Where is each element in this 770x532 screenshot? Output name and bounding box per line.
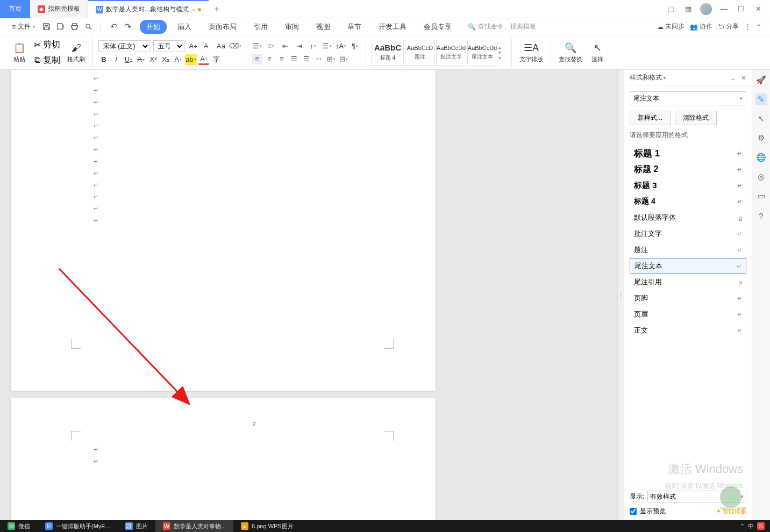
chevron-down-icon[interactable]: ▾ [664,75,666,81]
collapse-ribbon-icon[interactable]: ⌃ [756,23,761,31]
text-effects-button[interactable]: A [173,54,183,65]
new-tab-button[interactable]: + [209,0,225,18]
shrink-font-icon[interactable]: A- [202,41,212,52]
redo-icon[interactable]: ↷ [123,22,132,32]
style-item-endnote[interactable]: AaBbCcDd尾注文本 [467,40,497,66]
show-marks-icon[interactable]: ¶ [350,41,360,52]
font-size-select[interactable]: 五号 [153,40,184,52]
location-icon[interactable]: ◎ [755,171,767,183]
bullets-icon[interactable]: ☰ [252,41,262,52]
taskbar-item[interactable]: ▲6.png WPS图片 [233,520,301,532]
bold-button[interactable]: B [98,54,109,65]
clear-format-icon[interactable]: ⌫ [230,41,240,52]
pencil-icon[interactable]: ✎ [755,94,767,105]
translate-icon[interactable]: 🌐 [755,152,767,163]
more-icon[interactable]: ⋮ [744,23,751,31]
tab-member[interactable]: 会员专享 [417,20,458,34]
cut-button[interactable]: ✂剪切 [31,38,62,52]
close-button[interactable]: ✕ [753,4,764,15]
align-right-icon[interactable]: ≡ [276,54,287,64]
highlight-button[interactable]: ab [185,54,197,65]
distribute-icon[interactable]: ☰ [301,54,312,64]
tab-templates[interactable]: ◆ 找稻壳模板 [30,0,88,18]
find-replace-button[interactable]: 🔍查找替换 [557,40,584,64]
clear-format-button[interactable]: 清除格式 [675,111,717,125]
style-list-item[interactable]: 标题 1↵ [630,145,746,161]
document-viewport[interactable]: ↵ ↵ ↵ ↵ ↵ ↵ ↵ ↵ ↵ ↵ ↵ ↵ ↵ ↵ 2 ↵ ↵ [0,70,617,520]
print-icon[interactable] [69,22,79,32]
tab-document[interactable]: W 数学是人类对...象结构与模式 ▫ [88,0,209,18]
style-list-item[interactable]: 批注文字↵ [630,226,746,242]
apps-icon[interactable]: ▦ [683,4,694,15]
paste-button[interactable]: 📋 粘贴 [11,40,28,64]
style-item-comment[interactable]: AaBbCcDd批注文字 [436,40,466,66]
line-spacing-icon[interactable]: ☰ [322,41,332,52]
style-list-item[interactable]: 标题 2↵ [630,161,746,177]
save-as-icon[interactable] [55,22,65,32]
align-justify-icon[interactable]: ☰ [289,54,300,64]
file-menu[interactable]: ≡ 文件 ▾ [9,22,38,31]
change-case-icon[interactable]: Aa [216,41,226,52]
increase-indent-icon[interactable]: ⇥ [294,41,304,52]
style-list-item[interactable]: 页脚↵ [630,290,746,306]
style-item-caption[interactable]: AaBbCcD题注 [405,40,435,66]
style-list-item[interactable]: 正文↵ [630,322,746,339]
ime-indicator[interactable]: 中 [748,522,754,530]
presentation-icon[interactable]: ▭ [755,190,767,202]
sync-button[interactable]: ☁未同步 [657,22,685,31]
grow-font-icon[interactable]: A+ [188,41,198,52]
collab-button[interactable]: 👥协作 [690,22,712,31]
sogou-icon[interactable]: S [757,522,765,530]
share-button[interactable]: ⮌分享 [718,22,739,31]
taskbar-item[interactable]: ✉微信 [0,520,38,532]
tab-start[interactable]: 开始 [140,20,167,34]
sort-icon[interactable]: ↕A [336,41,346,52]
italic-button[interactable]: I [111,54,122,65]
tab-insert[interactable]: 插入 [171,20,198,34]
tray-expand-icon[interactable]: ⌃ [740,523,745,530]
tab-chapter[interactable]: 章节 [341,20,368,34]
new-style-button[interactable]: 新样式... [630,111,671,125]
tab-view[interactable]: 视图 [310,20,337,34]
strike-button[interactable]: A [136,54,146,65]
style-list-item-selected[interactable]: 尾注文本↵ [630,258,746,274]
sliders-icon[interactable]: ⚙ [755,132,767,144]
minimize-button[interactable]: — [718,4,729,15]
command-search[interactable]: 🔍 查找命令、搜索模板 [468,22,536,31]
taskbar-item-active[interactable]: W数学是人类对事物... [155,520,233,532]
copy-button[interactable]: ⧉复制 [31,54,62,67]
tab-home[interactable]: 首页 [0,0,30,18]
style-item-heading4[interactable]: AaBbC标题 4 [372,40,404,66]
underline-button[interactable]: U [123,54,134,65]
tab-reference[interactable]: 引用 [247,20,274,34]
user-avatar[interactable] [700,3,712,15]
format-painter-button[interactable]: 🖌 格式刷 [65,40,87,64]
phonetic-button[interactable]: 字 [211,54,222,65]
help-icon[interactable]: ? [755,210,767,221]
style-list-item[interactable]: 标题 4↵ [630,193,746,210]
style-list-item[interactable]: 标题 3↵ [630,177,746,193]
maximize-button[interactable]: ☐ [736,4,746,15]
tab-devtools[interactable]: 开发工具 [372,20,413,34]
taskbar-item[interactable]: 🖼图片 [118,520,155,532]
style-list-item[interactable]: 默认段落字体a [630,210,746,226]
font-name-select[interactable]: 宋体 (正文) [98,40,150,52]
font-color-button[interactable]: A [198,54,209,65]
tab-mini-icon[interactable]: ▫ [193,6,195,13]
gallery-scroll[interactable]: ▴▾▾ [498,42,506,63]
panel-toggle-handle[interactable]: ⋮ [617,70,624,520]
style-list-item[interactable]: 页眉↵ [630,306,746,322]
style-list-item[interactable]: 题注↵ [630,242,746,258]
text-direction-icon[interactable]: ↕ [308,41,318,52]
borders-icon[interactable]: ⊞ [326,54,337,64]
taskbar-item[interactable]: R一键排版助手(MyE... [38,520,118,532]
numbering-icon[interactable]: ≡ [266,41,276,52]
decrease-indent-icon[interactable]: ⇤ [280,41,290,52]
current-style-select[interactable]: 尾注文本 ▾ [630,91,746,105]
undo-icon[interactable]: ↶ [109,22,118,32]
style-list-item[interactable]: 尾注引用a [630,274,746,290]
tab-review[interactable]: 审阅 [279,20,305,34]
close-icon[interactable]: ✕ [741,74,746,82]
pin-icon[interactable]: ⫠ [730,74,737,82]
cursor-icon[interactable]: ↖ [755,113,767,125]
